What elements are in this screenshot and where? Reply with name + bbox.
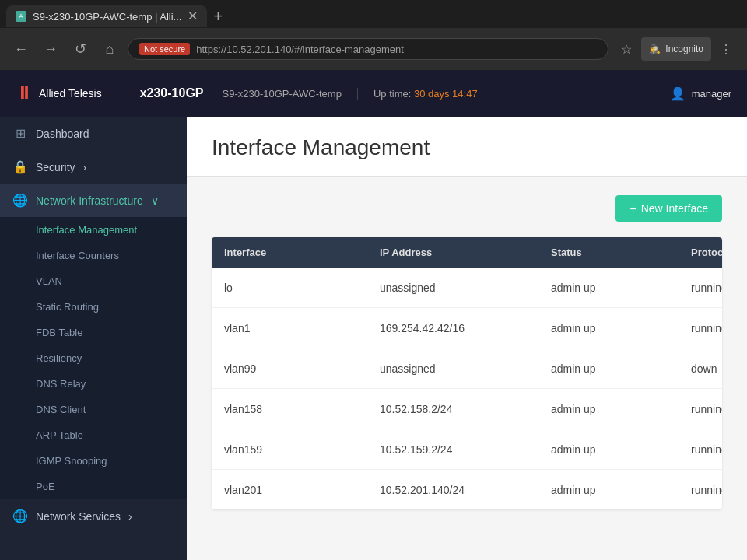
sidebar-dashboard-label: Dashboard	[36, 128, 89, 140]
nav-back-button[interactable]: ←	[9, 37, 33, 61]
new-tab-button[interactable]: +	[207, 5, 229, 29]
sidebar-network-services-header[interactable]: 🌐 Network Services ›	[0, 499, 187, 533]
device-model: x230-10GP	[140, 86, 204, 100]
new-interface-icon: +	[630, 202, 636, 215]
network-infrastructure-icon: 🌐	[12, 193, 28, 208]
toolbar-icons: ☆ 🕵 Incognito ⋮	[615, 37, 738, 61]
sidebar-sub-items-network-infrastructure: Interface Management Interface Counters …	[0, 217, 187, 499]
cell-ip: unassigned	[380, 362, 551, 375]
table-row: vlan201 10.52.201.140/24 admin up runnin…	[212, 470, 722, 509]
col-header-status: Status	[551, 247, 691, 258]
cell-status: admin up	[551, 322, 691, 334]
page-body: + New Interface Interface IP Address Sta…	[187, 177, 747, 560]
interface-table: Interface IP Address Status Protocol lo …	[212, 237, 722, 509]
page-header: Interface Management	[187, 117, 747, 177]
browser-toolbar: ← → ↺ ⌂ Not secure https://10.52.201.140…	[0, 28, 747, 70]
cell-name: lo	[224, 282, 380, 294]
cell-ip: 10.52.159.2/24	[380, 443, 551, 456]
sidebar-section-network-services: 🌐 Network Services ›	[0, 499, 187, 533]
sidebar-item-arp-table[interactable]: ARP Table	[0, 422, 187, 448]
sidebar-network-infrastructure-label: Network Infrastructure	[36, 194, 143, 207]
col-header-ip: IP Address	[380, 247, 551, 258]
sidebar-item-dns-client[interactable]: DNS Client	[0, 397, 187, 422]
sidebar-section-security: 🔒 Security ›	[0, 150, 187, 184]
incognito-button[interactable]: 🕵 Incognito	[641, 37, 711, 61]
page-toolbar: + New Interface	[212, 195, 722, 222]
cell-protocol: running	[691, 403, 722, 415]
table-row: lo unassigned admin up running ✏ Edit	[212, 268, 722, 308]
cell-protocol: down	[691, 362, 722, 375]
sidebar-item-resiliency[interactable]: Resiliency	[0, 345, 187, 371]
cell-protocol: running	[691, 322, 722, 334]
browser-tab-active[interactable]: A S9-x230-10GP-AWC-temp | Alli... ✕	[6, 5, 207, 27]
sidebar-item-vlan[interactable]: VLAN	[0, 268, 187, 294]
cell-name: vlan99	[224, 362, 380, 375]
cell-protocol: running	[691, 443, 722, 456]
sidebar-item-dashboard[interactable]: ⊞ Dashboard	[0, 117, 187, 150]
nav-refresh-button[interactable]: ↺	[68, 37, 92, 61]
cell-ip: 10.52.158.2/24	[380, 403, 551, 415]
user-label: manager	[692, 88, 731, 100]
incognito-icon: 🕵	[649, 44, 661, 54]
browser-menu-button[interactable]: ⋮	[714, 37, 738, 61]
cell-protocol: running	[691, 484, 722, 496]
not-secure-badge: Not secure	[139, 43, 190, 55]
cell-protocol: running	[691, 282, 722, 294]
cell-status: admin up	[551, 362, 691, 375]
user-info[interactable]: 👤 manager	[670, 86, 731, 101]
sidebar-item-igmp-snooping[interactable]: IGMP Snooping	[0, 448, 187, 474]
cell-status: admin up	[551, 443, 691, 456]
app-header: ⏸ Allied Telesis x230-10GP S9-x230-10GP-…	[0, 70, 747, 117]
network-infrastructure-chevron-icon: ∨	[151, 194, 159, 207]
cell-status: admin up	[551, 484, 691, 496]
sidebar-item-interface-counters[interactable]: Interface Counters	[0, 243, 187, 268]
sidebar: ⊞ Dashboard 🔒 Security › 🌐 Network Infra…	[0, 117, 187, 560]
tab-favicon: A	[16, 11, 26, 22]
cell-status: admin up	[551, 403, 691, 415]
address-url: https://10.52.201.140/#/interface-manage…	[196, 44, 404, 55]
sidebar-item-dns-relay[interactable]: DNS Relay	[0, 371, 187, 397]
incognito-label: Incognito	[665, 44, 703, 54]
new-interface-button[interactable]: + New Interface	[615, 195, 722, 222]
col-header-name: Interface	[224, 247, 380, 258]
network-services-icon: 🌐	[12, 509, 28, 523]
sidebar-item-poe[interactable]: PoE	[0, 474, 187, 499]
cell-name: vlan159	[224, 443, 380, 456]
network-services-chevron-icon: ›	[128, 510, 132, 523]
page-title: Interface Management	[212, 135, 722, 160]
cell-ip: unassigned	[380, 282, 551, 294]
table-row: vlan99 unassigned admin up down ✏ Edit	[212, 348, 722, 389]
logo-icon: ⏸	[16, 83, 33, 103]
new-interface-label: New Interface	[641, 202, 708, 215]
sidebar-network-services-label: Network Services	[36, 510, 121, 523]
nav-home-button[interactable]: ⌂	[98, 37, 121, 61]
sidebar-network-infrastructure-header[interactable]: 🌐 Network Infrastructure ∨	[0, 184, 187, 217]
cell-name: vlan158	[224, 403, 380, 415]
sidebar-item-interface-management[interactable]: Interface Management	[0, 217, 187, 243]
table-header: Interface IP Address Status Protocol	[212, 237, 722, 268]
app: ⏸ Allied Telesis x230-10GP S9-x230-10GP-…	[0, 70, 747, 560]
table-row: vlan158 10.52.158.2/24 admin up running …	[212, 389, 722, 429]
sidebar-security-header[interactable]: 🔒 Security ›	[0, 150, 187, 184]
nav-forward-button[interactable]: →	[39, 37, 62, 61]
sidebar-security-label: Security	[36, 161, 75, 173]
cell-ip: 10.52.201.140/24	[380, 484, 551, 496]
device-hostname: S9-x230-10GP-AWC-temp	[223, 88, 358, 100]
uptime-value: 30 days 14:47	[414, 88, 478, 100]
address-bar[interactable]: Not secure https://10.52.201.140/#/inter…	[128, 38, 608, 60]
sidebar-item-fdb-table[interactable]: FDB Table	[0, 320, 187, 345]
user-icon: 👤	[670, 86, 686, 101]
col-header-protocol: Protocol	[691, 247, 722, 258]
tab-close-button[interactable]: ✕	[188, 10, 198, 23]
browser-tabs: A S9-x230-10GP-AWC-temp | Alli... ✕ +	[0, 0, 747, 28]
tab-title: S9-x230-10GP-AWC-temp | Alli...	[33, 11, 181, 23]
app-logo: ⏸ Allied Telesis	[16, 83, 121, 103]
cell-name: vlan1	[224, 322, 380, 334]
bookmark-button[interactable]: ☆	[615, 37, 638, 61]
cell-name: vlan201	[224, 484, 380, 496]
sidebar-section-network-infrastructure: 🌐 Network Infrastructure ∨ Interface Man…	[0, 184, 187, 499]
uptime-label: Up time:	[374, 88, 411, 100]
security-chevron-icon: ›	[83, 161, 87, 173]
table-row: vlan1 169.254.42.42/16 admin up running …	[212, 308, 722, 348]
sidebar-item-static-routing[interactable]: Static Routing	[0, 294, 187, 320]
